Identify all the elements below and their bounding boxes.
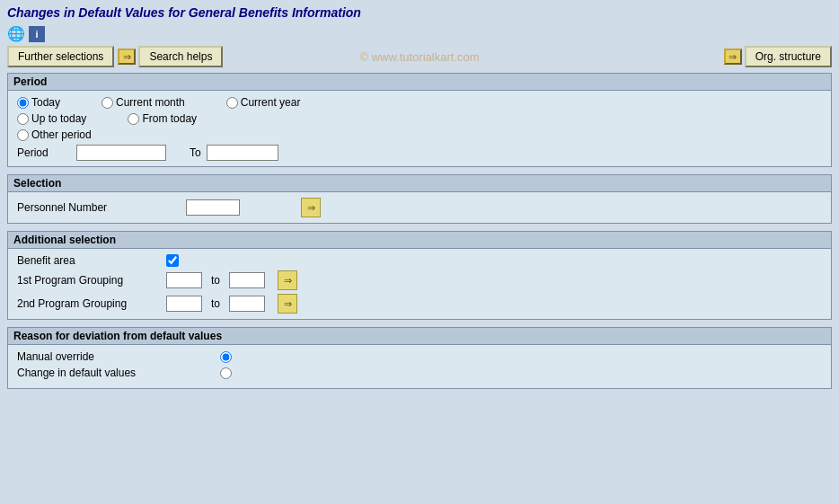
- manual-override-radio[interactable]: [220, 351, 232, 363]
- benefit-area-checkbox[interactable]: [166, 254, 179, 267]
- deviation-section: Reason for deviation from default values…: [7, 327, 832, 389]
- current-month-radio[interactable]: [102, 97, 113, 109]
- today-label: Today: [31, 96, 60, 109]
- up-to-today-radio-group: Up to today: [17, 112, 86, 125]
- period-section-header: Period: [8, 74, 831, 91]
- second-program-to-input[interactable]: [229, 296, 265, 312]
- second-program-from-input[interactable]: [166, 296, 202, 312]
- up-to-today-radio[interactable]: [17, 113, 29, 125]
- personnel-number-nav-btn[interactable]: ⇒: [301, 198, 321, 217]
- first-program-to-input[interactable]: [229, 272, 265, 288]
- deviation-section-header: Reason for deviation from default values: [8, 328, 831, 345]
- period-section: Period Today Current month Current year: [7, 73, 832, 167]
- current-month-label: Current month: [116, 96, 185, 109]
- selection-section-body: Personnel Number ⇒: [8, 192, 831, 223]
- from-today-radio[interactable]: [128, 113, 139, 125]
- watermark: © www.tutorialkart.com: [7, 50, 832, 64]
- change-in-default-label: Change in default values: [17, 367, 215, 379]
- period-to-input[interactable]: [207, 145, 278, 161]
- benefit-area-row: Benefit area: [17, 254, 822, 267]
- info-icon[interactable]: i: [29, 26, 45, 42]
- current-year-label: Current year: [241, 96, 301, 109]
- other-period-radio-group: Other period: [17, 128, 92, 141]
- period-from-input[interactable]: [76, 145, 166, 161]
- period-row-2: Up to today From today: [17, 112, 822, 125]
- up-to-today-label: Up to today: [31, 112, 86, 125]
- personnel-number-input[interactable]: [186, 199, 240, 216]
- second-program-nav-btn[interactable]: ⇒: [278, 294, 297, 314]
- first-program-nav-btn[interactable]: ⇒: [278, 270, 297, 290]
- from-today-radio-group: From today: [128, 112, 197, 125]
- first-program-label: 1st Program Grouping: [17, 274, 161, 287]
- today-radio[interactable]: [17, 97, 29, 109]
- additional-section-header: Additional selection: [8, 232, 831, 249]
- page-title: Changes in Default Values for General Be…: [7, 5, 832, 20]
- selection-section-header: Selection: [8, 175, 831, 192]
- other-period-label: Other period: [31, 128, 92, 141]
- period-field-label: Period: [17, 146, 71, 159]
- current-month-radio-group: Current month: [102, 96, 185, 109]
- first-program-to-label: to: [211, 274, 220, 287]
- period-field-row: Period To: [17, 145, 822, 161]
- second-program-to-label: to: [211, 297, 220, 310]
- deviation-section-body: Manual override Change in default values: [8, 345, 831, 388]
- second-program-label: 2nd Program Grouping: [17, 297, 161, 310]
- globe-icon[interactable]: 🌐: [7, 25, 25, 42]
- to-field-label: To: [190, 146, 201, 159]
- benefit-area-label: Benefit area: [17, 254, 161, 267]
- manual-override-row: Manual override: [17, 350, 822, 363]
- period-row-3: Other period: [17, 128, 822, 141]
- additional-selection-section: Additional selection Benefit area 1st Pr…: [7, 231, 832, 320]
- other-period-radio[interactable]: [17, 129, 29, 141]
- main-container: Changes in Default Values for General Be…: [0, 0, 839, 504]
- personnel-number-row: Personnel Number ⇒: [17, 198, 822, 217]
- selection-section: Selection Personnel Number ⇒: [7, 174, 832, 224]
- current-year-radio[interactable]: [226, 97, 238, 109]
- current-year-radio-group: Current year: [226, 96, 301, 109]
- personnel-number-label: Personnel Number: [17, 201, 179, 214]
- first-program-from-input[interactable]: [166, 272, 202, 288]
- period-row-1: Today Current month Current year: [17, 96, 822, 109]
- change-in-default-radio[interactable]: [220, 367, 232, 379]
- additional-section-body: Benefit area 1st Program Grouping to ⇒ 2…: [8, 249, 831, 319]
- first-program-row: 1st Program Grouping to ⇒: [17, 270, 822, 290]
- top-toolbar: 🌐 i: [7, 25, 832, 42]
- from-today-label: From today: [142, 112, 197, 125]
- manual-override-label: Manual override: [17, 350, 215, 363]
- today-radio-group: Today: [17, 96, 60, 109]
- period-section-body: Today Current month Current year Up to t…: [8, 91, 831, 166]
- change-in-default-row: Change in default values: [17, 367, 822, 379]
- second-program-row: 2nd Program Grouping to ⇒: [17, 294, 822, 314]
